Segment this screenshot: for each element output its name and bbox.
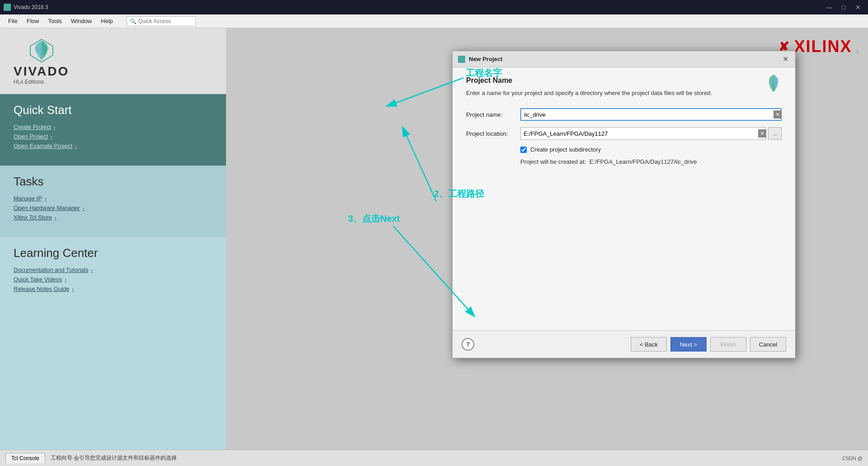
dialog-description: Enter a name for your project and specif…: [466, 89, 782, 97]
project-path-info: Project will be created at: E:/FPGA_Lear…: [466, 157, 782, 166]
tcl-store-label: Xilinx Tcl Store: [14, 214, 52, 221]
menu-tools[interactable]: Tools: [43, 16, 66, 26]
xilinx-trademark: ®: [856, 49, 859, 54]
learning-section: Learning Center Documentation and Tutori…: [0, 237, 226, 450]
menu-file[interactable]: File: [4, 16, 22, 26]
dialog-icon: [458, 56, 465, 63]
app-close-button[interactable]: ✕: [852, 2, 864, 12]
project-name-input-wrapper: ✕: [520, 108, 782, 121]
project-name-clear-button[interactable]: ✕: [774, 110, 782, 119]
quick-start-section: Quick Start Create Project › Open Projec…: [0, 94, 226, 166]
status-bar-right: CSDN @: [842, 456, 863, 461]
sidebar-logo-area: VIVADO HLx Editions: [0, 28, 226, 94]
create-subdirectory-checkbox[interactable]: [520, 147, 527, 153]
right-area: ✘ XILINX ® New Project ✕: [226, 28, 868, 450]
chevron-right-icon: ›: [83, 205, 85, 211]
quick-start-title: Quick Start: [14, 103, 212, 117]
dialog-footer: ? < Back Next > Finish Cancel: [453, 330, 795, 358]
sidebar-item-release-notes[interactable]: Release Notes Guide ›: [14, 285, 212, 292]
dialog-title-bar: New Project ✕: [453, 51, 795, 67]
app-title: Vivado 2018.3: [14, 4, 48, 10]
dialog-vivado-icon: [765, 74, 782, 95]
status-right-text: CSDN @: [842, 456, 863, 461]
chevron-right-icon: ›: [65, 277, 66, 282]
release-notes-label: Release Notes Guide: [14, 285, 70, 292]
project-location-label: Project location:: [466, 130, 520, 137]
back-button[interactable]: < Back: [631, 337, 667, 352]
project-name-label: Project name:: [466, 111, 520, 118]
quick-access-input[interactable]: [138, 18, 193, 24]
project-name-row: Project name: ✕: [466, 108, 782, 121]
learning-title: Learning Center: [14, 246, 212, 260]
dialog-close-button[interactable]: ✕: [781, 55, 790, 64]
dialog-section-title: Project Name: [466, 76, 782, 85]
app-icon: [4, 4, 11, 11]
minimize-button[interactable]: —: [823, 2, 835, 12]
dialog-title-text: New Project: [469, 56, 502, 62]
videos-label: Quick Take Videos: [14, 276, 62, 283]
sidebar-item-open-example[interactable]: Open Example Project ›: [14, 143, 212, 149]
chevron-right-icon: ›: [72, 286, 74, 292]
quick-access-bar[interactable]: 🔍: [127, 16, 196, 26]
title-bar: Vivado 2018.3 — □ ✕: [0, 0, 868, 14]
sidebar-item-videos[interactable]: Quick Take Videos ›: [14, 276, 212, 283]
create-subdirectory-label[interactable]: Create project subdirectory: [530, 146, 601, 153]
vivado-brand-text: VIVADO: [14, 64, 69, 79]
maximize-button[interactable]: □: [837, 2, 850, 12]
sidebar-item-documentation[interactable]: Documentation and Tutorials ›: [14, 266, 212, 273]
help-button[interactable]: ?: [462, 338, 474, 351]
project-name-input[interactable]: [520, 108, 782, 121]
vivado-logo: VIVADO HLx Editions: [14, 37, 69, 85]
status-text: 工程向导 会引导您完成设计源文件和目标器件的选择: [51, 454, 177, 462]
project-path-label: Project will be created at: E:/FPGA_Lear…: [520, 158, 697, 165]
search-icon: 🔍: [130, 18, 137, 24]
vivado-edition-text: HLx Editions: [14, 79, 44, 85]
chevron-right-icon: ›: [91, 267, 93, 273]
manage-ip-label: Manage IP: [14, 195, 42, 202]
open-example-label: Open Example Project: [14, 143, 72, 149]
sidebar-item-hardware-manager[interactable]: Open Hardware Manager ›: [14, 204, 212, 211]
menu-help[interactable]: Help: [96, 16, 118, 26]
tasks-title: Tasks: [14, 175, 212, 189]
documentation-label: Documentation and Tutorials: [14, 266, 88, 273]
chevron-right-icon: ›: [54, 124, 56, 130]
menu-window[interactable]: Window: [66, 16, 96, 26]
sidebar-item-create-project[interactable]: Create Project ›: [14, 124, 212, 130]
cancel-button[interactable]: Cancel: [750, 337, 786, 352]
next-button[interactable]: Next >: [670, 337, 707, 352]
project-location-input[interactable]: [520, 127, 766, 140]
sidebar: VIVADO HLx Editions Quick Start Create P…: [0, 28, 226, 450]
vivado-logo-icon: [28, 37, 55, 64]
project-location-input-wrapper: ✕ ...: [520, 127, 782, 140]
chevron-right-icon: ›: [45, 196, 47, 201]
new-project-dialog: New Project ✕ Project Name Enter a name …: [452, 51, 796, 358]
tcl-console-tab[interactable]: Tcl Console: [5, 453, 45, 463]
hardware-manager-label: Open Hardware Manager: [14, 204, 80, 211]
chevron-right-icon: ›: [75, 143, 77, 149]
create-subdirectory-row: Create project subdirectory: [520, 146, 782, 153]
chevron-right-icon: ›: [51, 134, 52, 139]
chevron-right-icon: ›: [55, 215, 57, 220]
finish-button: Finish: [710, 337, 746, 352]
menu-flow[interactable]: Flow: [22, 16, 43, 26]
sidebar-item-open-project[interactable]: Open Project ›: [14, 133, 212, 140]
xilinx-brand-text: XILINX: [794, 37, 852, 56]
sidebar-item-manage-ip[interactable]: Manage IP ›: [14, 195, 212, 202]
sidebar-item-tcl-store[interactable]: Xilinx Tcl Store ›: [14, 214, 212, 221]
project-location-clear-button[interactable]: ✕: [758, 129, 766, 138]
main-content: VIVADO HLx Editions Quick Start Create P…: [0, 28, 868, 450]
status-bar: Tcl Console 工程向导 会引导您完成设计源文件和目标器件的选择 CSD…: [0, 450, 868, 466]
menu-bar: File Flow Tools Window Help 🔍: [0, 14, 868, 28]
create-project-label: Create Project: [14, 124, 51, 130]
browse-button[interactable]: ...: [768, 127, 782, 140]
dialog-body: Project Name Enter a name for your proje…: [453, 67, 795, 330]
project-location-row: Project location: ✕ ...: [466, 127, 782, 140]
tasks-section: Tasks Manage IP › Open Hardware Manager …: [0, 166, 226, 237]
open-project-label: Open Project: [14, 133, 48, 140]
